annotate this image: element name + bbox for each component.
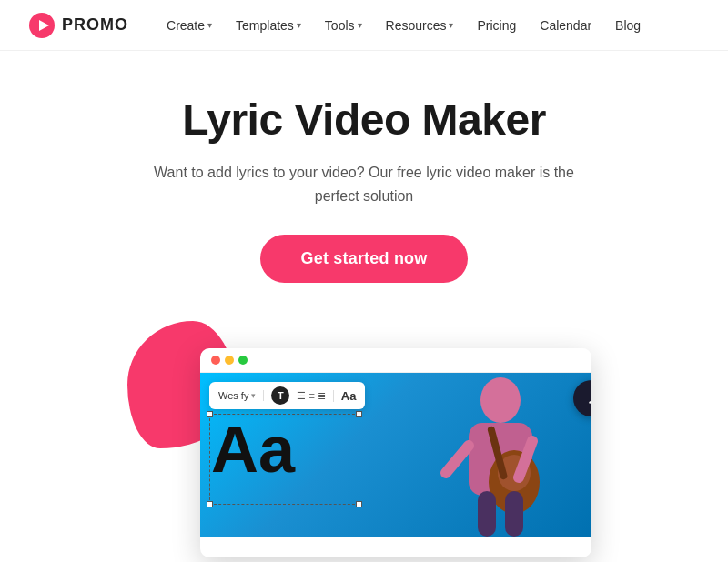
chevron-down-icon: ▾ [449,20,453,30]
logo-text: PROMO [62,15,128,35]
page-title: Lyric Video Maker [182,95,546,145]
svg-line-7 [446,446,469,473]
hero-subtitle: Want to add lyrics to your video? Our fr… [136,161,592,207]
align-center-icon[interactable]: ≡ [308,390,314,401]
nav-item-calendar[interactable]: Calendar [531,13,601,38]
nav-item-blog[interactable]: Blog [606,13,650,38]
align-left-icon[interactable]: ☰ [297,390,306,402]
chevron-down-icon: ▾ [358,20,362,30]
font-selector: Wes fy ▾ [218,390,264,401]
navigation: PROMO Create ▾ Templates ▾ Tools ▾ Resou… [0,0,728,51]
nav-item-resources[interactable]: Resources ▾ [377,13,463,38]
editor-toolbar: Wes fy ▾ T ☰ ≡ ≣ Aa [209,382,365,409]
nav-item-pricing[interactable]: Pricing [468,13,525,38]
font-chevron: ▾ [251,391,256,400]
text-selection-box [209,414,359,505]
browser-dot-green [238,356,248,365]
chevron-down-icon: ▾ [207,20,212,30]
selection-handle-br[interactable] [356,501,362,507]
music-button[interactable]: ♪ [573,380,592,416]
align-right-icon[interactable]: ≣ [318,390,326,402]
font-size-button[interactable]: Aa [341,389,357,403]
nav-menu: Create ▾ Templates ▾ Tools ▾ Resources ▾… [157,13,650,38]
logo-icon [29,13,55,38]
font-name: Wes fy [218,390,248,401]
selection-handle-tl[interactable] [207,411,213,417]
browser-topbar [200,348,592,373]
selection-handle-bl[interactable] [207,501,213,507]
text-align-controls: ☰ ≡ ≣ [297,390,333,402]
bold-button[interactable]: T [271,386,289,405]
selection-handle-tr[interactable] [356,411,362,417]
svg-point-2 [480,377,521,423]
browser-dot-red [211,356,220,365]
svg-rect-9 [478,491,496,537]
nav-item-tools[interactable]: Tools ▾ [316,13,371,38]
browser-dot-yellow [225,356,234,365]
svg-rect-10 [505,491,523,537]
cta-button[interactable]: Get started now [260,235,467,283]
video-background: Wes fy ▾ T ☰ ≡ ≣ Aa [200,373,592,537]
preview-section: Wes fy ▾ T ☰ ≡ ≣ Aa [0,312,728,548]
guitarist-svg [428,373,573,537]
browser-mockup: Wes fy ▾ T ☰ ≡ ≣ Aa [200,348,592,557]
nav-item-templates[interactable]: Templates ▾ [227,13,310,38]
preview-container: Wes fy ▾ T ☰ ≡ ≣ Aa [155,330,573,548]
hero-section: Lyric Video Maker Want to add lyrics to … [0,51,728,312]
guitarist-figure [428,373,573,537]
logo[interactable]: PROMO [29,13,128,38]
nav-item-create[interactable]: Create ▾ [157,13,221,38]
chevron-down-icon: ▾ [297,20,301,30]
